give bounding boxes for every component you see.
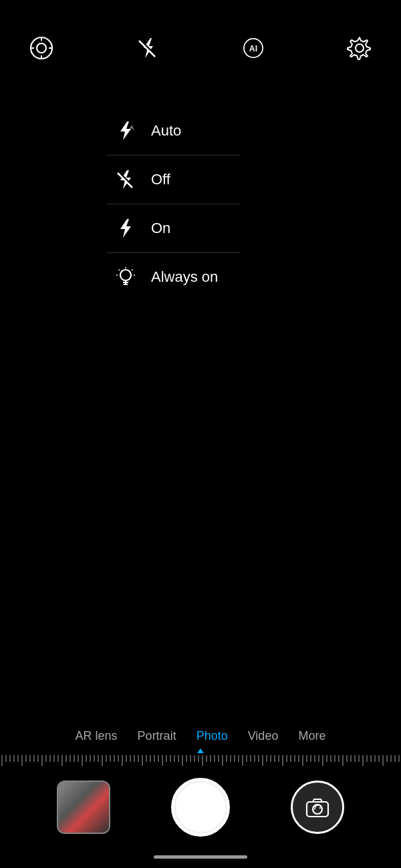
ruler-tick bbox=[90, 755, 91, 762]
ruler-tick bbox=[246, 755, 247, 762]
flip-camera-icon bbox=[303, 793, 332, 822]
camera-controls bbox=[0, 767, 401, 850]
ruler-tick bbox=[174, 755, 175, 762]
ruler-tick bbox=[206, 755, 207, 762]
ruler-tick bbox=[250, 755, 251, 762]
flash-toggle-button[interactable] bbox=[133, 33, 162, 63]
ruler-tick bbox=[242, 755, 243, 766]
ruler-tick bbox=[78, 755, 79, 762]
home-bar bbox=[154, 855, 247, 859]
ruler-tick bbox=[322, 755, 323, 766]
svg-marker-16 bbox=[120, 219, 131, 238]
ruler-tick bbox=[21, 755, 23, 766]
flash-always-on-label: Always on bbox=[151, 268, 218, 286]
tab-ar-lens[interactable]: AR lens bbox=[76, 729, 118, 743]
ruler-tick bbox=[25, 755, 27, 762]
ruler-tick bbox=[98, 755, 99, 762]
ruler-tick bbox=[294, 755, 295, 762]
flash-off-icon bbox=[114, 168, 138, 192]
ruler-tick bbox=[158, 755, 159, 762]
tab-portrait[interactable]: Portrait bbox=[138, 729, 176, 743]
ruler-tick bbox=[146, 755, 147, 762]
flip-camera-button[interactable] bbox=[291, 781, 344, 834]
ruler-tick bbox=[33, 755, 35, 762]
ruler-tick bbox=[1, 755, 3, 766]
flash-auto-icon: A bbox=[114, 119, 138, 143]
ruler-tick bbox=[390, 755, 392, 762]
ruler-tick bbox=[110, 755, 111, 762]
ruler-tick bbox=[366, 755, 368, 762]
flash-on-option[interactable]: On bbox=[107, 204, 241, 253]
ruler-tick bbox=[65, 755, 67, 762]
lens-button[interactable] bbox=[27, 33, 56, 63]
ruler-tick bbox=[130, 755, 131, 762]
flash-auto-option[interactable]: A Auto bbox=[107, 107, 241, 156]
top-toolbar: AI bbox=[0, 0, 401, 76]
ruler-tick bbox=[374, 755, 376, 762]
ruler-tick bbox=[41, 755, 43, 766]
ruler-tick bbox=[342, 755, 344, 766]
bulb-icon bbox=[114, 265, 138, 289]
ruler-tick bbox=[310, 755, 311, 762]
mode-tabs: AR lens Portrait Photo Video More bbox=[0, 722, 401, 747]
ruler-tick bbox=[106, 755, 107, 762]
ruler-tick bbox=[230, 755, 231, 762]
tab-photo[interactable]: Photo bbox=[196, 729, 228, 743]
svg-point-17 bbox=[120, 270, 131, 280]
ruler-tick bbox=[234, 755, 235, 762]
ruler-tick bbox=[378, 755, 380, 762]
ruler-tick bbox=[70, 755, 71, 762]
active-mode-indicator bbox=[0, 748, 401, 754]
ruler-tick bbox=[394, 755, 396, 762]
ruler-tick bbox=[278, 755, 279, 762]
ruler-tick bbox=[74, 755, 75, 762]
flash-menu: A Auto Off On bbox=[107, 107, 241, 301]
ruler-tick bbox=[386, 755, 388, 762]
flash-on-label: On bbox=[151, 220, 170, 237]
flash-off-option[interactable]: Off bbox=[107, 156, 241, 204]
ruler-tick bbox=[122, 755, 123, 766]
ruler-tick bbox=[126, 755, 127, 762]
ruler-tick bbox=[358, 755, 360, 762]
shutter-button[interactable] bbox=[171, 778, 230, 837]
flash-auto-label: Auto bbox=[151, 122, 181, 140]
ruler-tick bbox=[9, 755, 11, 762]
ruler-tick bbox=[198, 755, 199, 762]
ruler-tick bbox=[61, 755, 63, 766]
ruler-tick bbox=[194, 755, 195, 762]
ruler-tick bbox=[382, 755, 384, 766]
ruler-tick bbox=[45, 755, 47, 762]
ruler-tick bbox=[142, 755, 143, 766]
ruler-tick bbox=[314, 755, 315, 762]
ruler-tick bbox=[182, 755, 183, 766]
ruler-tick bbox=[302, 755, 303, 766]
tab-video[interactable]: Video bbox=[248, 729, 279, 743]
ruler-tick bbox=[13, 755, 15, 762]
flash-always-on-option[interactable]: Always on bbox=[107, 253, 241, 301]
settings-button[interactable] bbox=[345, 33, 374, 63]
ruler-tick bbox=[57, 755, 59, 762]
svg-line-6 bbox=[139, 39, 156, 57]
ruler-tick bbox=[186, 755, 187, 762]
ruler-tick bbox=[226, 755, 227, 762]
ruler-tick bbox=[306, 755, 307, 762]
ruler-tick bbox=[290, 755, 291, 762]
bottom-area: AR lens Portrait Photo Video More bbox=[0, 722, 401, 868]
ruler-tick bbox=[326, 755, 327, 762]
ruler-tick bbox=[214, 755, 215, 762]
tab-more[interactable]: More bbox=[298, 729, 325, 743]
ruler-tick bbox=[118, 755, 119, 762]
ruler-tick bbox=[222, 755, 223, 766]
ruler-tick bbox=[178, 755, 179, 762]
ruler-tick bbox=[274, 755, 275, 762]
ruler-tick bbox=[298, 755, 299, 762]
svg-text:AI: AI bbox=[249, 44, 257, 53]
ruler-tick bbox=[5, 755, 7, 762]
flash-on-icon bbox=[114, 216, 138, 240]
ruler-tick bbox=[270, 755, 271, 762]
ai-button[interactable]: AI bbox=[239, 33, 268, 63]
ruler-tick bbox=[29, 755, 31, 762]
ruler-tick bbox=[102, 755, 103, 766]
gallery-thumbnail-button[interactable] bbox=[57, 781, 110, 834]
ruler-tick bbox=[398, 755, 400, 762]
